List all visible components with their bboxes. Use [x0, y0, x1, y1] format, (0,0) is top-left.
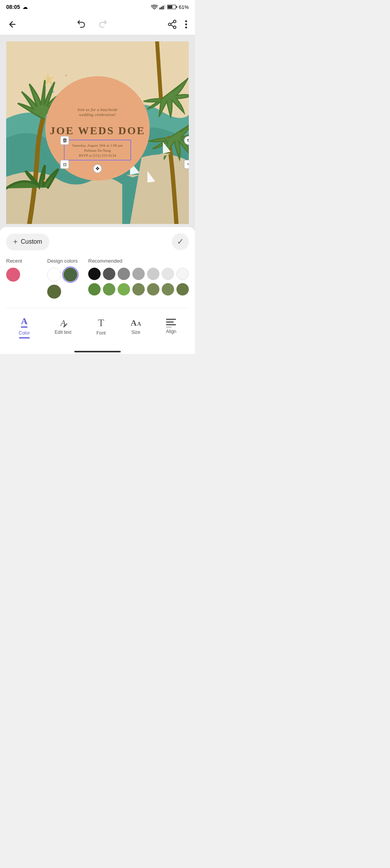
svg-line-12 [171, 22, 173, 24]
svg-rect-40 [166, 319, 176, 320]
svg-rect-4 [164, 5, 165, 9]
rec-gray[interactable] [118, 268, 130, 280]
svg-point-10 [173, 26, 176, 29]
edit-text-label: Edit text [55, 330, 71, 335]
more-button[interactable] [183, 18, 189, 31]
svg-point-18 [52, 91, 54, 93]
canvas-area[interactable]: Join us for a beachside wedding celebrat… [0, 35, 195, 230]
cloud-icon: ☁ [22, 4, 28, 10]
align-tool-button[interactable]: Align [163, 317, 180, 336]
custom-row: + Custom ✓ [6, 233, 189, 250]
color-sections: Recent Design colors Recommended [6, 258, 189, 302]
recent-color-pink[interactable] [6, 268, 20, 282]
size-tool-button[interactable]: A A Size [128, 316, 144, 337]
align-icon [166, 319, 176, 327]
recommended-section: Recommended [88, 258, 189, 302]
color-tool-icon: A [21, 316, 27, 326]
bottom-panel: + Custom ✓ Recent Design colors [0, 227, 195, 348]
rec-green-4[interactable] [132, 283, 145, 296]
svg-rect-2 [161, 7, 162, 9]
rec-dark-gray[interactable] [103, 268, 115, 280]
plus-icon: + [13, 238, 18, 246]
design-color-medium-green[interactable] [47, 285, 61, 299]
svg-rect-1 [159, 8, 161, 10]
svg-text:⤡: ⤡ [187, 162, 189, 167]
svg-rect-43 [166, 327, 172, 327]
edit-text-tool-button[interactable]: A Edit text [51, 316, 74, 337]
rec-light-gray[interactable] [132, 268, 145, 280]
svg-rect-41 [166, 321, 174, 323]
undo-button[interactable] [75, 18, 88, 31]
recent-section: Recent [6, 258, 41, 302]
svg-text:✥: ✥ [96, 166, 99, 171]
rec-green-3[interactable] [118, 283, 130, 296]
check-icon: ✓ [177, 237, 184, 247]
rec-green-6[interactable] [162, 283, 174, 296]
check-button[interactable]: ✓ [172, 233, 189, 250]
custom-label: Custom [21, 238, 42, 245]
battery-percent: 61% [179, 4, 189, 10]
align-tool-label: Align [166, 329, 176, 334]
rec-lighter-gray[interactable] [147, 268, 159, 280]
home-bar [0, 348, 195, 354]
redo-button[interactable] [96, 18, 109, 31]
svg-rect-42 [166, 324, 176, 325]
svg-point-14 [185, 24, 187, 26]
invitation-canvas[interactable]: Join us for a beachside wedding celebrat… [6, 41, 189, 224]
color-tool-container: A Color [15, 314, 33, 338]
size-large-icon: A [131, 318, 137, 328]
svg-text:🗑: 🗑 [62, 137, 67, 143]
svg-text:Pullman Da Nang: Pullman Da Nang [84, 149, 111, 152]
svg-text:wedding celebration!: wedding celebration! [79, 113, 116, 117]
rec-green-5[interactable] [147, 283, 159, 296]
svg-point-9 [168, 23, 171, 26]
svg-rect-6 [176, 6, 177, 8]
color-tool-label: Color [19, 330, 30, 336]
svg-rect-7 [168, 5, 172, 9]
font-tool-button[interactable]: T Font [93, 316, 109, 337]
font-tool-label: Font [96, 330, 106, 336]
color-tool-button[interactable]: A Color [15, 314, 33, 337]
share-button[interactable] [166, 18, 179, 31]
recommended-label: Recommended [88, 258, 189, 264]
battery-icon [167, 4, 177, 10]
custom-button[interactable]: + Custom [6, 234, 49, 250]
design-colors-label: Design colors [47, 258, 82, 264]
svg-text:Saturday, August 10th at 1:00 : Saturday, August 10th at 1:00 pm [72, 144, 123, 147]
font-tool-icon: T [98, 317, 104, 329]
rec-green-2[interactable] [103, 283, 115, 296]
rec-near-white[interactable] [162, 268, 174, 280]
back-button[interactable] [6, 18, 19, 31]
size-small-icon: A [137, 321, 141, 327]
svg-text:↻: ↻ [187, 138, 189, 143]
svg-point-15 [185, 27, 187, 29]
signal-icon [159, 4, 166, 10]
svg-text:Join us for a beachside: Join us for a beachside [77, 108, 118, 112]
svg-rect-3 [162, 6, 164, 10]
svg-text:RSVP at (512) 555-0134: RSVP at (512) 555-0134 [79, 154, 116, 157]
rec-green-1[interactable] [88, 283, 101, 296]
design-colors-section: Design colors [47, 258, 82, 302]
svg-line-11 [171, 25, 173, 27]
svg-point-17 [65, 74, 67, 77]
svg-point-13 [185, 21, 187, 22]
svg-text:⊡: ⊡ [63, 162, 67, 167]
svg-point-8 [173, 20, 176, 23]
pencil-icon [63, 323, 68, 328]
rec-green-7[interactable] [176, 283, 189, 296]
home-bar-indicator [74, 351, 121, 352]
recent-label: Recent [6, 258, 41, 264]
design-color-dark-green[interactable] [63, 268, 77, 282]
design-color-white[interactable] [47, 268, 61, 282]
status-time: 08:05 [6, 4, 20, 10]
svg-text:JOE WEDS DOE: JOE WEDS DOE [50, 125, 145, 137]
bottom-toolbar: A Color A Edit text T Font [6, 308, 189, 342]
size-tool-label: Size [131, 330, 140, 335]
svg-point-0 [154, 9, 155, 10]
top-toolbar [0, 14, 195, 35]
status-bar: 08:05 ☁ 61% [0, 0, 195, 14]
wifi-icon [151, 4, 158, 10]
rec-black[interactable] [88, 268, 101, 280]
svg-point-20 [44, 179, 46, 182]
rec-white[interactable] [176, 268, 189, 280]
